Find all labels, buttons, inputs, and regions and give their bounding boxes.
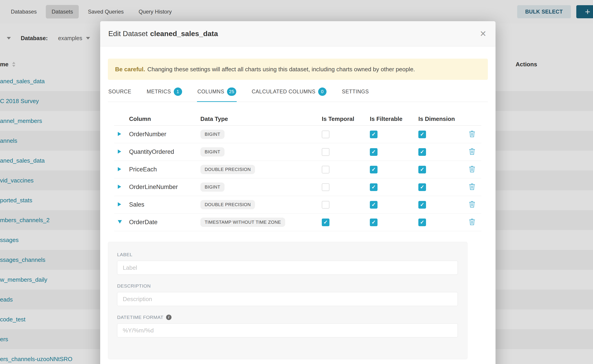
is-temporal-checkbox[interactable]: ✓ — [322, 201, 329, 209]
tab-label: SETTINGS — [342, 89, 369, 95]
is-dimension-checkbox[interactable]: ✓ — [418, 219, 426, 226]
modal-tabs: SOURCE METRICS 1 COLUMNS 25 CALCULATED C… — [108, 86, 488, 102]
tab-label: METRICS — [147, 89, 171, 95]
delete-column-button[interactable] — [469, 218, 475, 226]
modal-body: Be careful. Changing these settings will… — [100, 59, 495, 359]
edit-dataset-modal: Edit Datasetcleaned_sales_data ✕ Be care… — [100, 21, 495, 364]
datetime-format-field-label: DATETIME FORMAT i — [117, 315, 458, 320]
is-dimension-checkbox[interactable]: ✓ — [418, 148, 426, 156]
modal-title: Edit Datasetcleaned_sales_data — [108, 30, 218, 38]
expand-caret-icon[interactable] — [118, 132, 121, 136]
data-type-pill: DOUBLE PRECISION — [200, 200, 255, 209]
check-icon: ✓ — [420, 202, 424, 207]
warning-text: Changing these settings will affect all … — [147, 66, 415, 73]
header-is-temporal: Is Temporal — [322, 116, 370, 123]
warning-bold-text: Be careful. — [115, 66, 145, 73]
description-input[interactable] — [117, 292, 458, 306]
tab-label: CALCULATED COLUMNS — [252, 89, 316, 95]
tab-label: COLUMNS — [198, 89, 224, 95]
info-icon[interactable]: i — [166, 315, 171, 320]
delete-column-button[interactable] — [469, 183, 475, 190]
delete-column-button[interactable] — [469, 130, 475, 137]
check-icon: ✓ — [420, 132, 424, 137]
data-type-pill: BIGINT — [200, 147, 224, 156]
modal-title-prefix: Edit Dataset — [108, 30, 148, 38]
is-dimension-checkbox[interactable]: ✓ — [418, 183, 426, 191]
tab-source[interactable]: SOURCE — [108, 86, 132, 102]
is-filterable-checkbox[interactable]: ✓ — [370, 130, 377, 138]
header-is-dimension: Is Dimension — [418, 116, 467, 123]
tab-calculated-columns[interactable]: CALCULATED COLUMNS 0 — [251, 86, 327, 102]
label-field-label: LABEL — [117, 252, 458, 257]
label-field: LABEL — [117, 252, 458, 275]
is-dimension-checkbox[interactable]: ✓ — [418, 201, 426, 209]
columns-table-body: OrderNumber BIGINT ✓ ✓ ✓ — [114, 126, 481, 231]
column-name: OrderNumber — [129, 131, 200, 138]
is-filterable-checkbox[interactable]: ✓ — [370, 166, 377, 173]
delete-column-button[interactable] — [469, 148, 475, 155]
tab-label: SOURCE — [108, 89, 131, 95]
is-filterable-checkbox[interactable]: ✓ — [370, 201, 377, 209]
expand-caret-icon[interactable] — [118, 202, 121, 206]
expand-caret-icon[interactable] — [118, 220, 122, 223]
is-filterable-checkbox[interactable]: ✓ — [370, 219, 377, 226]
datetime-format-label-text: DATETIME FORMAT — [117, 315, 163, 320]
column-name: QuantityOrdered — [129, 148, 200, 155]
is-filterable-checkbox[interactable]: ✓ — [370, 183, 377, 191]
is-filterable-checkbox[interactable]: ✓ — [370, 148, 377, 156]
is-temporal-checkbox[interactable]: ✓ — [322, 183, 329, 191]
check-icon: ✓ — [420, 167, 424, 172]
metrics-count-badge: 1 — [174, 87, 182, 96]
columns-count-badge: 25 — [227, 87, 236, 96]
delete-column-button[interactable] — [469, 166, 475, 173]
is-dimension-checkbox[interactable]: ✓ — [418, 166, 426, 173]
description-field-label: DESCRIPTION — [117, 283, 458, 289]
data-type-pill: TIMESTAMP WITHOUT TIME ZONE — [200, 218, 285, 227]
is-temporal-checkbox[interactable]: ✓ — [322, 130, 329, 138]
check-icon: ✓ — [371, 220, 376, 225]
is-temporal-checkbox[interactable]: ✓ — [322, 148, 329, 156]
header-column: Column — [129, 116, 200, 123]
check-icon: ✓ — [420, 220, 424, 225]
column-detail-panel: LABEL DESCRIPTION DATETIME FORMAT i — [108, 242, 468, 359]
description-field: DESCRIPTION — [117, 283, 458, 306]
datetime-format-field: DATETIME FORMAT i — [117, 315, 458, 337]
tab-columns[interactable]: COLUMNS 25 — [197, 86, 237, 102]
column-row: QuantityOrdered BIGINT ✓ ✓ ✓ — [114, 143, 481, 161]
column-row: OrderLineNumber BIGINT ✓ ✓ ✓ — [114, 178, 481, 196]
data-type-pill: BIGINT — [200, 182, 224, 192]
is-temporal-checkbox[interactable]: ✓ — [322, 219, 329, 226]
columns-table-header: Column Data Type Is Temporal Is Filterab… — [114, 112, 481, 126]
tab-settings[interactable]: SETTINGS — [341, 86, 369, 102]
close-icon[interactable]: ✕ — [480, 30, 487, 38]
expand-caret-icon[interactable] — [118, 150, 121, 154]
is-temporal-checkbox[interactable]: ✓ — [322, 166, 329, 173]
column-row: PriceEach DOUBLE PRECISION ✓ ✓ ✓ — [114, 161, 481, 178]
warning-banner: Be careful. Changing these settings will… — [108, 59, 488, 80]
header-data-type: Data Type — [200, 116, 322, 123]
data-type-pill: BIGINT — [200, 130, 224, 139]
datetime-format-input[interactable] — [117, 323, 458, 337]
label-input[interactable] — [117, 261, 458, 275]
column-row: OrderDate TIMESTAMP WITHOUT TIME ZONE ✓ … — [114, 214, 481, 231]
delete-column-button[interactable] — [469, 201, 475, 208]
data-type-pill: DOUBLE PRECISION — [200, 165, 255, 174]
check-icon: ✓ — [323, 220, 328, 225]
modal-header: Edit Datasetcleaned_sales_data ✕ — [100, 21, 495, 46]
check-icon: ✓ — [371, 202, 376, 207]
header-is-filterable: Is Filterable — [370, 116, 418, 123]
check-icon: ✓ — [420, 149, 424, 155]
expand-caret-icon[interactable] — [118, 185, 121, 189]
modal-title-dataset-name: cleaned_sales_data — [150, 30, 218, 38]
is-dimension-checkbox[interactable]: ✓ — [418, 130, 426, 138]
check-icon: ✓ — [371, 132, 376, 137]
columns-table: Column Data Type Is Temporal Is Filterab… — [114, 112, 481, 231]
check-icon: ✓ — [371, 167, 376, 172]
check-icon: ✓ — [371, 149, 376, 155]
tab-metrics[interactable]: METRICS 1 — [146, 86, 183, 102]
calculated-columns-count-badge: 0 — [318, 87, 327, 96]
column-row: Sales DOUBLE PRECISION ✓ ✓ ✓ — [114, 196, 481, 214]
expand-caret-icon[interactable] — [118, 167, 121, 171]
column-name: PriceEach — [129, 166, 200, 173]
column-name: OrderDate — [129, 219, 200, 226]
